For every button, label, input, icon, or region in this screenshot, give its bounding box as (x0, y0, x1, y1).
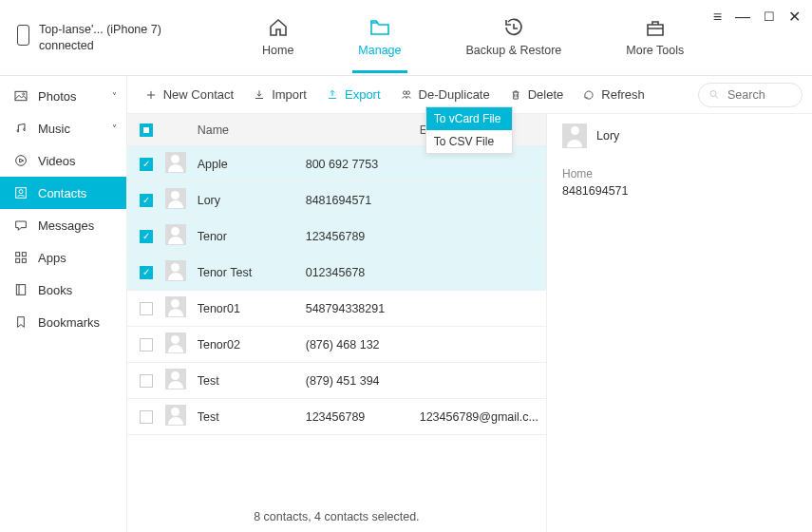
svg-point-1 (23, 93, 25, 95)
import-button[interactable]: Import (245, 84, 314, 105)
detail-panel: Lory Home 8481694571 (546, 114, 812, 532)
sidebar-item-apps[interactable]: Apps (0, 241, 126, 274)
svg-rect-0 (15, 91, 27, 100)
table-row[interactable]: ✓Lory8481694571 (127, 182, 546, 218)
col-name[interactable]: Name (192, 124, 306, 137)
sidebar-label: Books (38, 283, 72, 297)
detail-name: Lory (596, 129, 619, 142)
contact-phone: 8481694571 (306, 194, 420, 207)
svg-point-12 (710, 91, 716, 97)
books-icon (13, 282, 28, 297)
detail-phone: 8481694571 (562, 184, 797, 198)
contact-name: Tenor (192, 230, 306, 243)
sidebar-item-messages[interactable]: Messages (0, 209, 126, 241)
svg-point-11 (406, 90, 410, 94)
contact-name: Tenor02 (192, 338, 306, 352)
contact-name: Tenor Test (192, 266, 306, 279)
nav-home[interactable]: Home (256, 3, 299, 73)
contact-name: Tenor01 (192, 302, 306, 315)
row-checkbox[interactable] (140, 410, 153, 424)
topbar: Top-Ianse'... (iPhone 7) connected Home … (0, 0, 812, 76)
sidebar-label: Music (38, 122, 70, 136)
nav-backup[interactable]: Backup & Restore (461, 3, 568, 73)
detail-phone-label: Home (562, 167, 797, 180)
table-row[interactable]: Tenor02(876) 468 132 (127, 327, 546, 363)
contact-phone: (879) 451 394 (306, 374, 420, 388)
apps-icon (13, 250, 28, 265)
messages-icon (13, 218, 28, 233)
new-contact-button[interactable]: New Contact (137, 84, 241, 105)
export-dropdown: To vCard File To CSV File (425, 106, 513, 154)
contact-phone: 800 692 7753 (306, 158, 420, 171)
contact-name: Test (192, 374, 306, 388)
nav-home-label: Home (262, 44, 293, 57)
row-checkbox[interactable]: ✓ (140, 230, 153, 243)
search-box[interactable] (698, 83, 803, 107)
phone-device-icon (17, 25, 29, 46)
restore-icon (500, 16, 527, 39)
row-checkbox[interactable]: ✓ (140, 194, 153, 207)
status-footer: 8 contacts, 4 contacts selected. (127, 502, 546, 532)
menu-icon[interactable]: ≡ (713, 9, 722, 26)
sidebar-label: Contacts (38, 186, 86, 200)
videos-icon (13, 153, 28, 168)
photos-icon (13, 88, 28, 104)
contact-name: Test (192, 410, 306, 424)
sidebar-item-contacts[interactable]: Contacts (0, 177, 126, 209)
search-input[interactable] (726, 87, 792, 103)
trash-icon (509, 88, 522, 102)
sidebar-item-videos[interactable]: Videos (0, 144, 126, 177)
sidebar-item-music[interactable]: Music ˅ (0, 112, 126, 144)
row-checkbox[interactable] (140, 338, 153, 352)
nav-manage-label: Manage (358, 44, 401, 57)
avatar-icon (165, 405, 186, 426)
table-row[interactable]: Tenor01548794338291 (127, 291, 546, 327)
chevron-down-icon: ˅ (112, 124, 117, 134)
export-csv-item[interactable]: To CSV File (426, 130, 512, 153)
avatar-icon (165, 369, 186, 390)
svg-rect-9 (16, 285, 25, 295)
row-checkbox[interactable]: ✓ (140, 158, 153, 171)
svg-rect-5 (16, 253, 20, 256)
sidebar: Photos ˅ Music ˅ Videos Contacts Message… (0, 76, 127, 532)
folder-icon (367, 16, 393, 39)
svg-rect-6 (22, 253, 26, 256)
table-row[interactable]: Test(879) 451 394 (127, 363, 546, 399)
device-info: Top-Ianse'... (iPhone 7) connected (9, 22, 218, 53)
contact-name: Lory (192, 194, 306, 207)
maximize-icon[interactable]: ☐ (764, 10, 775, 24)
refresh-icon (582, 88, 595, 102)
detail-avatar-icon (562, 124, 587, 148)
sidebar-label: Bookmarks (38, 315, 100, 330)
dedupe-icon (400, 88, 413, 102)
sidebar-item-books[interactable]: Books (0, 274, 126, 306)
avatar-icon (165, 296, 186, 317)
svg-rect-8 (22, 258, 26, 262)
avatar-icon (165, 224, 186, 245)
table-row[interactable]: ✓Tenor Test012345678 (127, 255, 546, 291)
table-row[interactable]: Test123456789123456789@gmail.c... (127, 399, 546, 435)
nav-tools[interactable]: More Tools (620, 3, 689, 73)
sidebar-item-photos[interactable]: Photos ˅ (0, 80, 126, 112)
deduplicate-button[interactable]: De-Duplicate (392, 84, 498, 105)
row-checkbox[interactable] (140, 374, 153, 388)
close-icon[interactable]: ✕ (788, 8, 801, 26)
refresh-button[interactable]: Refresh (575, 84, 652, 105)
delete-button[interactable]: Delete (501, 84, 572, 105)
sidebar-item-bookmarks[interactable]: Bookmarks (0, 306, 126, 338)
minimize-icon[interactable]: — (735, 9, 750, 26)
sidebar-label: Videos (38, 154, 76, 168)
device-name: Top-Ianse'... (iPhone 7) (39, 22, 161, 37)
row-checkbox[interactable]: ✓ (140, 266, 153, 279)
chevron-down-icon: ˅ (112, 91, 117, 102)
export-icon (326, 88, 339, 102)
toolbox-icon (642, 16, 669, 39)
avatar-icon (165, 332, 186, 353)
nav-manage[interactable]: Manage (352, 3, 406, 73)
table-row[interactable]: ✓Tenor123456789 (127, 218, 546, 255)
export-vcard-item[interactable]: To vCard File (426, 107, 512, 130)
row-checkbox[interactable] (140, 302, 153, 315)
select-all-checkbox[interactable] (140, 124, 153, 137)
contact-name: Apple (192, 158, 306, 171)
export-button[interactable]: Export (318, 84, 388, 105)
